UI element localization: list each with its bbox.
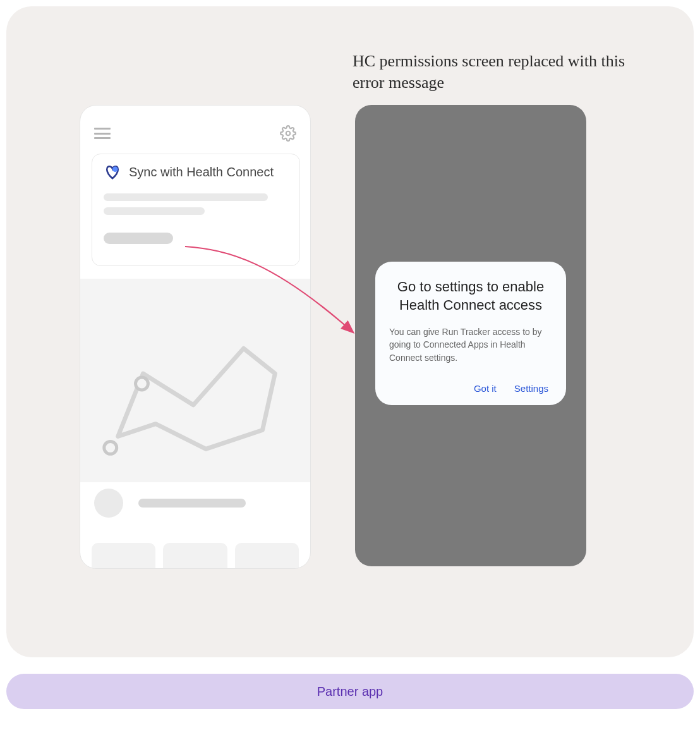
diagram-panel: HC permissions screen replaced with this… bbox=[6, 6, 694, 657]
panel-caption: HC permissions screen replaced with this… bbox=[353, 51, 643, 94]
sync-card-title: Sync with Health Connect bbox=[129, 165, 274, 179]
got-it-button[interactable]: Got it bbox=[474, 383, 497, 394]
tab-placeholder[interactable] bbox=[163, 543, 227, 568]
settings-button[interactable]: Settings bbox=[514, 383, 548, 394]
map-placeholder bbox=[80, 279, 310, 482]
gear-icon[interactable] bbox=[280, 125, 296, 142]
dialog-body: You can give Run Tracker access to by go… bbox=[389, 325, 552, 364]
tab-placeholder[interactable] bbox=[235, 543, 299, 568]
sync-card-header: Sync with Health Connect bbox=[104, 164, 288, 179]
health-connect-icon bbox=[104, 164, 121, 179]
banner-label: Partner app bbox=[317, 684, 383, 699]
placeholder-line bbox=[104, 207, 205, 215]
avatar-placeholder bbox=[94, 489, 123, 518]
svg-point-2 bbox=[136, 377, 148, 390]
sync-action-placeholder[interactable] bbox=[104, 233, 173, 244]
placeholder-line bbox=[138, 499, 246, 508]
dialog-title: Go to settings to enable Health Connect … bbox=[389, 278, 552, 314]
partner-app-banner: Partner app bbox=[6, 674, 694, 709]
bottom-row bbox=[80, 489, 310, 518]
tab-placeholder[interactable] bbox=[92, 543, 155, 568]
sync-card: Sync with Health Connect bbox=[92, 154, 300, 266]
bottom-tabs bbox=[80, 543, 310, 568]
hamburger-icon[interactable] bbox=[94, 128, 111, 139]
placeholder-line bbox=[104, 193, 268, 201]
svg-point-1 bbox=[112, 166, 118, 172]
app-topbar bbox=[80, 118, 310, 149]
error-dialog: Go to settings to enable Health Connect … bbox=[375, 262, 566, 405]
svg-point-3 bbox=[104, 441, 117, 454]
phone-partner-app: Sync with Health Connect bbox=[80, 105, 311, 569]
svg-point-0 bbox=[286, 131, 291, 136]
phone-error-screen: Go to settings to enable Health Connect … bbox=[355, 105, 586, 566]
dialog-actions: Got it Settings bbox=[389, 383, 552, 394]
